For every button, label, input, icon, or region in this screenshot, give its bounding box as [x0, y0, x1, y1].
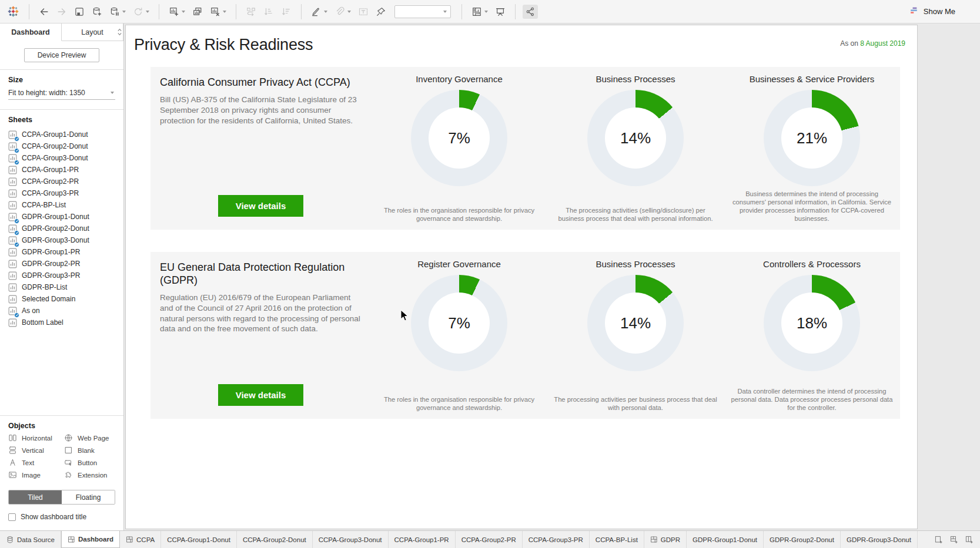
tab-dashboard[interactable]: Dashboard — [0, 23, 62, 41]
sheet-list-item[interactable]: As on — [0, 305, 123, 317]
show-hide-cards-button[interactable] — [469, 5, 490, 19]
sheet-tab[interactable]: Data Source — [0, 531, 61, 548]
tab-layout[interactable]: Layout — [62, 23, 123, 41]
new-worksheet-button[interactable] — [166, 5, 188, 19]
worksheet-icon — [8, 260, 17, 268]
new-worksheet-icon[interactable] — [933, 534, 945, 546]
sheet-tab[interactable]: CCPA — [120, 531, 161, 548]
sort-asc-icon — [263, 6, 274, 17]
sheet-list-item[interactable]: CCPA-Group3-PR — [0, 187, 123, 199]
object-item[interactable]: Extension — [64, 470, 118, 479]
sheet-tab[interactable]: CCPA-BP-List — [590, 531, 644, 548]
dropdown-caret-icon[interactable] — [324, 11, 327, 13]
donut-percent-label: 18% — [797, 314, 827, 332]
size-dropdown[interactable]: Fit to height: width: 1350 — [8, 88, 115, 100]
donut-chart[interactable]: 7% — [411, 275, 507, 371]
highlight-button[interactable] — [309, 5, 330, 19]
sort-descending-button[interactable] — [279, 5, 294, 19]
donut-chart[interactable]: 14% — [587, 90, 684, 186]
ccpa-view-details-button[interactable]: View details — [218, 195, 304, 217]
tiled-button[interactable]: Tiled — [9, 490, 62, 504]
object-item[interactable]: Image — [8, 470, 62, 479]
new-dashboard-icon[interactable] — [948, 534, 960, 546]
floating-button[interactable]: Floating — [62, 490, 115, 504]
tableau-logo[interactable] — [5, 4, 22, 19]
redo-button[interactable] — [54, 5, 69, 19]
dropdown-caret-icon[interactable] — [182, 11, 185, 13]
share-workbook-button[interactable] — [523, 5, 538, 19]
worksheet-icon — [8, 283, 17, 292]
sheet-tab[interactable]: CCPA-Group2-PR — [456, 531, 523, 548]
sheet-list-item[interactable]: CCPA-Group1-PR — [0, 164, 123, 176]
sheet-tab[interactable]: GDPR-Group3-Donut — [841, 531, 918, 548]
gdpr-view-details-button[interactable]: View details — [218, 384, 304, 406]
presentation-mode-button[interactable] — [493, 5, 508, 19]
sheet-tab[interactable]: CCPA-Group3-PR — [523, 531, 590, 548]
sheet-tab[interactable]: GDPR-Group1-Donut — [687, 531, 764, 548]
object-item[interactable]: Web Page — [64, 433, 118, 442]
object-item[interactable]: Horizontal — [8, 433, 62, 442]
run-update-button[interactable] — [131, 5, 152, 19]
sort-ascending-button[interactable] — [261, 5, 276, 19]
objects-grid: Horizontal Web Page Vertical Blank — [0, 433, 123, 482]
sheet-list-item[interactable]: GDPR-Group3-Donut — [0, 234, 123, 246]
donut-chart[interactable]: 18% — [764, 275, 860, 371]
swap-rows-columns-button[interactable] — [243, 5, 259, 19]
donut-title: Business Processes — [596, 259, 675, 269]
sheet-tab[interactable]: CCPA-Group2-Donut — [237, 531, 313, 548]
sheet-list-item[interactable]: GDPR-BP-List — [0, 281, 123, 293]
layout-mode-toggle: Tiled Floating — [8, 490, 115, 505]
sheet-list-item[interactable]: Bottom Label — [0, 317, 123, 328]
object-item[interactable]: Button — [64, 458, 118, 467]
fix-axes-button[interactable] — [373, 5, 389, 19]
sheet-list-item[interactable]: GDPR-Group1-PR — [0, 246, 123, 258]
sheet-tab-label: Data Source — [17, 536, 55, 543]
sheet-list-item[interactable]: CCPA-Group2-PR — [0, 176, 123, 187]
donut-chart[interactable]: 7% — [411, 90, 507, 186]
pause-auto-updates-button[interactable] — [107, 5, 128, 19]
sheet-tab[interactable]: CCPA-Group3-Donut — [313, 531, 389, 548]
donut-chart[interactable]: 14% — [587, 275, 684, 371]
duplicate-sheet-button[interactable] — [190, 5, 205, 19]
sheet-list-item[interactable]: CCPA-Group2-Donut — [0, 140, 123, 152]
sheet-list-item[interactable]: Selected Domain — [0, 293, 123, 305]
sheet-tab[interactable]: CCPA-Group1-Donut — [161, 531, 237, 548]
gdpr-card-description: Regulation (EU) 2016/679 of the European… — [160, 293, 362, 334]
sheet-list-item[interactable]: GDPR-Group2-Donut — [0, 223, 123, 234]
sheet-tab[interactable]: GDPR — [644, 531, 687, 548]
dropdown-caret-icon[interactable] — [484, 11, 488, 13]
donut-chart[interactable]: 21% — [764, 90, 860, 186]
sheet-list-item[interactable]: GDPR-Group2-PR — [0, 258, 123, 270]
sheet-name-label: GDPR-Group1-Donut — [22, 213, 89, 221]
show-mark-labels-button[interactable] — [356, 5, 371, 19]
new-data-source-button[interactable] — [89, 5, 105, 19]
sheet-list-item[interactable]: CCPA-BP-List — [0, 199, 123, 211]
device-preview-button[interactable]: Device Preview — [24, 48, 99, 62]
sheet-list-item[interactable]: GDPR-Group3-PR — [0, 270, 123, 281]
object-item[interactable]: Text — [8, 458, 62, 467]
sheet-name-label: Bottom Label — [22, 318, 63, 327]
collapse-pane-icon[interactable] — [117, 28, 122, 38]
show-dashboard-title-checkbox[interactable] — [8, 513, 16, 521]
new-story-icon[interactable] — [964, 534, 975, 546]
dropdown-caret-icon[interactable] — [122, 11, 126, 13]
show-me-button[interactable]: Show Me — [909, 6, 955, 18]
fit-dropdown[interactable] — [394, 5, 451, 18]
sheet-list-item[interactable]: CCPA-Group1-Donut — [0, 129, 123, 140]
refresh-icon — [133, 6, 143, 17]
save-button[interactable] — [72, 5, 87, 19]
group-members-button[interactable] — [332, 5, 353, 19]
undo-button[interactable] — [36, 5, 52, 19]
dropdown-caret-icon[interactable] — [223, 11, 226, 13]
sheet-tab[interactable]: Dashboard — [61, 531, 120, 548]
sheet-list-item[interactable]: CCPA-Group3-Donut — [0, 152, 123, 164]
dropdown-caret-icon[interactable] — [347, 11, 351, 13]
object-item[interactable]: Blank — [64, 446, 118, 455]
presentation-icon — [495, 6, 506, 17]
sheet-list-item[interactable]: GDPR-Group1-Donut — [0, 211, 123, 223]
sheet-tab[interactable]: CCPA-Group1-PR — [389, 531, 456, 548]
sheet-tab[interactable]: GDPR-Group2-Donut — [764, 531, 841, 548]
clear-sheet-button[interactable] — [208, 5, 229, 19]
object-item[interactable]: Vertical — [8, 446, 62, 455]
dropdown-caret-icon[interactable] — [146, 11, 149, 13]
